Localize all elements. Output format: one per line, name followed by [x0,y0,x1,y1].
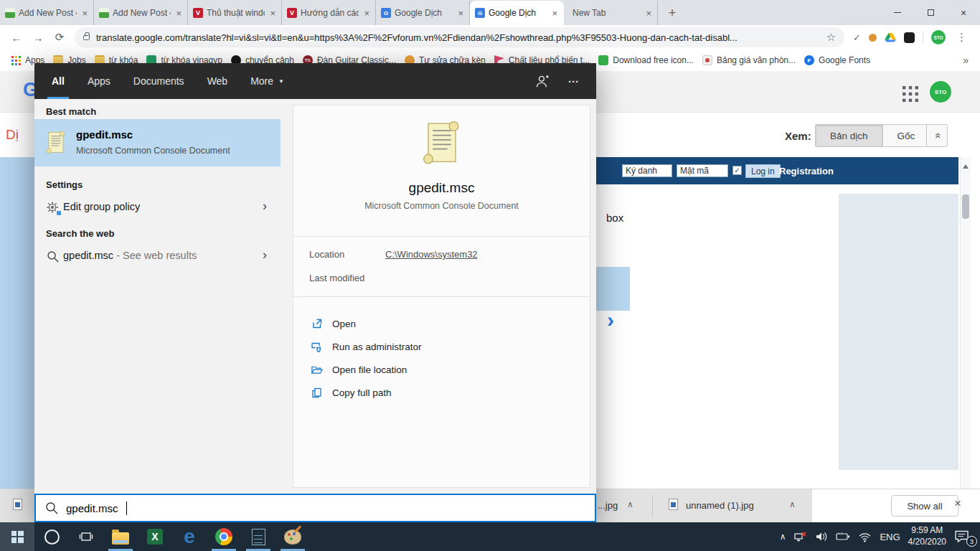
show-all-downloads-button[interactable]: Show all [891,495,958,517]
settings-result[interactable]: Edit group policy › [34,194,281,221]
close-downloads-bar-icon[interactable]: × [954,496,961,511]
scroll-up-icon[interactable] [963,161,969,169]
options-ellipsis-icon[interactable]: ··· [568,75,579,88]
original-view-button[interactable]: Gốc [883,125,930,146]
maximize-icon [928,9,934,16]
chevron-right-icon[interactable]: › [263,199,267,214]
tab-more[interactable]: More▼ [246,63,288,99]
new-tab-button[interactable]: + [662,3,682,23]
tab-title: Thủ thuật window [207,8,265,18]
taskbar-clock[interactable]: 9:59 AM 4/20/2020 [908,525,946,547]
cortana-button[interactable] [34,522,69,551]
close-window-button[interactable]: × [947,0,980,25]
tab-web[interactable]: Web [203,63,232,99]
minimize-button[interactable] [881,0,914,25]
tray-expand-icon[interactable]: ∧ [780,532,786,542]
action-open[interactable]: Open [293,312,590,335]
back-button[interactable]: ← [7,28,26,47]
action-copy-full-path[interactable]: Copy full path [293,381,590,404]
page-chevron-right-icon[interactable]: › [607,308,614,332]
browser-tab[interactable]: V Thủ thuật window × [188,1,282,25]
chrome-menu-icon[interactable]: ⋮ [953,31,970,44]
bookmark-google-fonts[interactable]: FGoogle Fonts [800,55,875,65]
password-field[interactable]: Mật mã [677,164,728,177]
tab-close-icon[interactable]: × [268,8,277,19]
start-button[interactable] [0,522,34,551]
tab-close-icon[interactable]: × [80,8,89,19]
toolbar-divider [923,31,923,44]
action-label: Copy full path [332,387,392,398]
battery-icon[interactable] [836,532,850,542]
browser-tab[interactable]: Add New Post ‹ Ng × [0,1,94,25]
bookmark-star-icon[interactable]: ☆ [826,31,836,44]
location-link[interactable]: C:\Windows\system32 [385,249,478,260]
excel-button[interactable]: X [138,522,172,551]
forward-button[interactable]: → [29,28,47,47]
volume-icon[interactable] [815,531,828,542]
tab-all[interactable]: All [47,63,69,99]
chrome-icon [215,528,232,545]
notification-badge: 3 [966,536,977,547]
collapse-banner-button[interactable]: » [926,124,948,147]
browser-tab[interactable]: New Tab × [564,1,658,25]
download-item-menu-icon[interactable]: ∧ [627,499,633,509]
system-tray: ∧ ENG 9:59 AM 4/20/2020 3 [771,522,980,551]
tab-close-icon[interactable]: × [550,8,559,19]
drive-extension-icon[interactable] [885,32,896,42]
wifi-icon[interactable] [858,532,872,542]
browser-tab-active[interactable]: G Google Dịch × [470,1,564,25]
search-input-value[interactable]: gpedit.msc [66,502,118,514]
login-button[interactable]: Log in [745,164,781,178]
remember-checkbox[interactable]: ✓ [732,166,742,175]
download-item-menu-icon[interactable]: ∧ [789,499,796,509]
edge-button[interactable]: e [172,522,207,551]
browser-tab[interactable]: V Hướng dẫn cách t × [282,1,376,25]
bookmark-item[interactable]: Bảng giá văn phòn... [698,55,800,65]
download-item-label[interactable]: ...jpg [598,500,618,511]
account-avatar[interactable]: STO [930,81,951,103]
browser-tab[interactable]: Add New Post ‹ ng × [94,1,188,25]
action-run-as-admin[interactable]: Run as administrator [293,335,590,358]
address-bar[interactable]: translate.google.com/translate?hl=vi&sl=… [75,27,844,47]
paint-button[interactable] [275,522,310,551]
browser-tab[interactable]: G Google Dịch × [376,1,470,25]
scrollbar-thumb[interactable] [962,194,969,219]
site-icon [702,55,712,65]
maximize-button[interactable] [914,0,947,25]
language-indicator[interactable]: ENG [880,532,900,542]
search-input-box[interactable]: gpedit.msc [34,494,596,522]
best-match-result[interactable]: gpedit.msc Microsoft Common Console Docu… [34,119,281,166]
bookmarks-overflow-icon[interactable]: » [958,55,973,66]
tab-documents[interactable]: Documents [129,63,189,99]
registration-link[interactable]: Registration [779,166,834,176]
tab-apps[interactable]: Apps [83,63,115,99]
bookmark-item[interactable]: Download free icon... [594,55,698,65]
task-view-button[interactable] [69,522,103,551]
chevron-right-icon[interactable]: › [263,248,267,263]
reload-button[interactable]: ⟳ [50,28,69,47]
tab-close-icon[interactable]: × [644,8,653,19]
tab-close-icon[interactable]: × [362,8,371,19]
tab-close-icon[interactable]: × [174,8,183,19]
web-search-result[interactable]: gpedit.msc - See web results › [34,242,281,270]
notepad-button[interactable] [241,522,275,551]
action-center-button[interactable]: 3 [954,529,971,544]
tab-close-icon[interactable]: × [456,8,465,19]
dark-extension-icon[interactable] [904,32,915,43]
google-apps-grid-icon[interactable] [903,86,918,102]
desktop: Add New Post ‹ Ng × Add New Post ‹ ng × … [0,0,980,551]
network-status-icon[interactable] [793,531,807,543]
profile-avatar[interactable]: STO [931,30,946,44]
page-scrollbar[interactable] [960,157,971,489]
search-web-header: Search the web [46,228,114,239]
translation-view-button[interactable]: Bản dịch [816,125,883,146]
action-open-file-location[interactable]: Open file location [293,358,590,381]
checkmark-extension-icon[interactable]: ✓ [853,32,861,43]
download-item-label[interactable]: unnamed (1).jpg [686,500,754,511]
url-text[interactable]: translate.google.com/translate?hl=vi&sl=… [96,32,821,43]
orange-extension-icon[interactable] [869,34,877,42]
file-explorer-button[interactable] [103,522,138,551]
user-account-icon[interactable] [535,75,550,88]
username-field[interactable]: Ký danh [622,164,672,177]
chrome-button[interactable] [207,522,241,551]
